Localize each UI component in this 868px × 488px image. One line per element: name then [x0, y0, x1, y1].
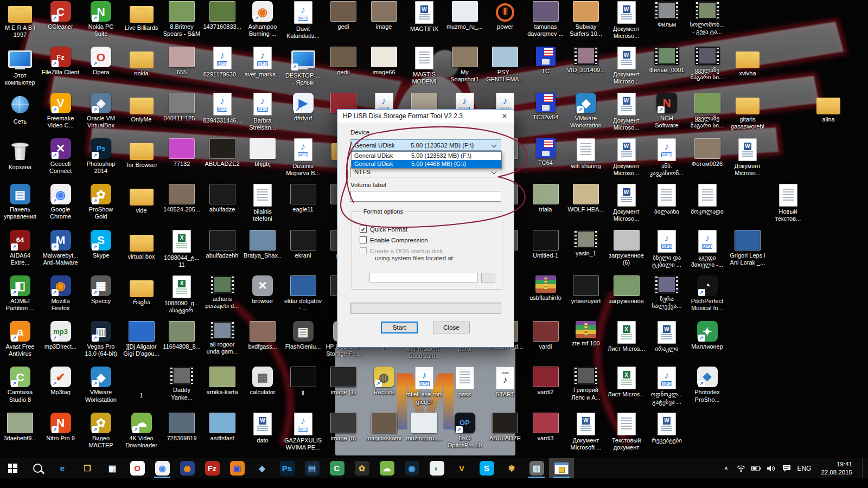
desktop-icon-triala[interactable]: triala [527, 184, 565, 213]
desktop-icon-документ-microso[interactable]: Документ Microso... [729, 138, 767, 177]
close-icon[interactable]: ✕ [495, 110, 514, 123]
taskbar-item-proshow[interactable]: ✿ [349, 458, 374, 478]
desktop-icon-ashampoo-burning[interactable]: ◉↗Ashampoo Burning ... [244, 1, 282, 37]
desktop-icon-bhjgbj[interactable]: bhjgbj [244, 138, 282, 168]
desktop-icon-сеть[interactable]: Сеть [1, 93, 39, 125]
desktop-icon-документ-microso[interactable]: Документ Microso... [608, 47, 646, 85]
desktop-icon-документ-microso[interactable]: Документ Microso... [608, 1, 646, 40]
desktop-icon-google-chrome[interactable]: ◉↗Google Chrome [42, 184, 80, 220]
desktop-icon-aii-rogoor-unda-gam[interactable]: aii rogoor unda gam... [203, 321, 241, 355]
desktop-icon-image[interactable]: image [365, 1, 403, 30]
desktop-icon-daddy-yanke[interactable]: Daddy Yanke... [163, 367, 201, 401]
desktop-icon-filezilla-client[interactable]: Fz↗FileZilla Client [42, 47, 80, 76]
desktop-icon-фильм[interactable]: Фильм [648, 1, 686, 28]
device-option[interactable]: General UDisk5.00 (123532 MB) (F:\) [352, 152, 501, 160]
desktop-icon-aomei-partition[interactable]: ◧↗AOMEI Partition ... [1, 275, 39, 312]
desktop-icon-vide[interactable]: vide [123, 184, 161, 214]
volume-icon[interactable] [767, 463, 776, 474]
language-indicator[interactable]: ENG [797, 465, 811, 472]
desktop-icon-текстовый-документ[interactable]: Текстовый документ [608, 413, 646, 451]
desktop-icon-რეცეპტები[interactable]: რეცეპტები [648, 413, 686, 444]
desktop-icon-фильм-0001[interactable]: Фильм_0001 [648, 47, 686, 74]
desktop-icon-mp3direct[interactable]: mp3↗mp3Direct... [42, 321, 80, 350]
desktop-icon-1[interactable]: 1 [123, 367, 161, 399]
desktop-icon-ბნელი-და-ტკბილი[interactable]: ბნელი და ტკბილი ... [648, 230, 686, 268]
desktop-icon-ბილაინი[interactable]: ბილაინი [648, 184, 686, 215]
desktop-icon-virtual-box[interactable]: virtual box [123, 230, 161, 260]
taskbar-item-format-factory[interactable]: ◐ [424, 458, 449, 478]
desktop-icon-start[interactable]: START [486, 367, 524, 398]
taskbar-item-start[interactable] [0, 458, 25, 478]
desktop-icon-nokia-pc-suite[interactable]: N↗Nokia PC Suite [82, 1, 120, 37]
desktop-icon-arnika-karta[interactable]: arnika-karta [203, 367, 241, 396]
desktop-icon-photodex-prosho[interactable]: ❖↗Photodex ProSho... [688, 367, 726, 403]
desktop-icon-1088090-g-ასატვირ[interactable]: 1088090_g... - ასატვირ... [163, 275, 201, 314]
taskbar-item-film-app[interactable]: ◉ [399, 458, 424, 478]
desktop-icon-ccleaner[interactable]: C↗CCleaner [42, 1, 80, 30]
desktop-icon-m-e-r-a-b-i-1997[interactable]: M E R A B I 1997 [1, 1, 39, 38]
desktop-icon-image-8[interactable]: image (8) [324, 413, 362, 442]
desktop-icon-yasin-1[interactable]: yasin_1 [567, 230, 605, 257]
taskbar-item-vegas[interactable]: ▤ [299, 458, 324, 478]
start-button[interactable]: Start [381, 322, 418, 333]
desktop-icon-vmware-workstation[interactable]: ◆↗VMware Workstation [82, 367, 120, 403]
desktop-icon-barbra-streisan[interactable]: Barbra Streisan... [244, 93, 282, 131]
checkbox-create-a-dos-startup-disk[interactable]: Create a DOS startup disk [360, 247, 443, 254]
taskbar-item-skype[interactable]: S [474, 458, 499, 478]
taskbar-item-edge[interactable]: e [50, 458, 75, 478]
checkbox-box[interactable] [360, 236, 367, 243]
desktop-icon-zte-mf-100[interactable]: zte mf 100 [567, 321, 605, 347]
close-button[interactable]: Close [433, 322, 470, 333]
desktop-icon-dftdyuf[interactable]: ▶↗dftdyuf [284, 93, 322, 122]
desktop-icon-728369819[interactable]: 728369819 [163, 413, 201, 442]
device-dropdown-list[interactable]: General UDisk5.00 (123532 MB) (F:\)Gener… [351, 151, 502, 169]
device-option[interactable]: General UDisk5.00 (4468 MB) (G:\) [352, 160, 501, 168]
notification-icon[interactable] [782, 463, 792, 474]
desktop-icon-tor-browser[interactable]: Tor Browser [123, 138, 161, 169]
desktop-icon-subway-surfers-10[interactable]: Subway Surfers 10... [567, 1, 605, 37]
desktop-icon-abuladze2[interactable]: ABULADZE2 [203, 138, 241, 168]
tray-clock[interactable]: 19:41 22.08.2015 [821, 460, 852, 477]
desktop-icon-magidaskami[interactable]: magidaskami [365, 413, 403, 442]
desktop-icon-vegas-pro-13-0-64-bit[interactable]: ▥↗Vegas Pro 13.0 (64-bit) [82, 321, 120, 357]
desktop-icon-3daebebf9[interactable]: 3daebebf9... [1, 413, 39, 442]
taskbar-item-speccy[interactable]: ▥ [524, 458, 549, 478]
desktop-icon-655[interactable]: 655 [163, 47, 201, 76]
desktop-icon-image-1[interactable]: image (1) [324, 367, 362, 396]
desktop-icon-onlyme[interactable]: OnlyMe [123, 93, 161, 123]
desktop-icon-gitaris-gasasworebi[interactable]: gitaris gasasworebi [729, 93, 767, 130]
taskbar-item-4k-downloader[interactable]: ☁ [374, 458, 399, 478]
desktop-icon-calculator[interactable]: ▦calculator [244, 367, 282, 396]
desktop-icon-tc[interactable]: TC [527, 47, 565, 75]
desktop-icon-vid-201409[interactable]: VID_201409... [567, 47, 605, 74]
battery-icon[interactable] [751, 463, 761, 474]
desktop-icon-psy-gentlema[interactable]: PSY - GENTLEMA... [486, 47, 524, 83]
desktop-icon-eldar-dolgatov[interactable]: eldar dolgatov - ... [284, 275, 322, 312]
desktop-icon-панель-управления[interactable]: ▤Панель управления [1, 184, 39, 220]
desktop-icon-avet-marka[interactable]: avet_marka... [244, 47, 282, 78]
desktop-icon-gazapxulis-wvima-pe[interactable]: GAZAPXULIS WVIMA PE... [284, 413, 322, 451]
desktop-icon-შოკოლადი[interactable]: შოკოლადი [688, 184, 726, 215]
device-combobox[interactable]: General UDisk 5.00 (123532 MB) (F:\) [350, 139, 501, 151]
desktop-icon-ყველაზე-მაგარი-სი[interactable]: ყველაზე მაგარი სი... [688, 47, 726, 81]
desktop-icon-jj[interactable]: jj [284, 367, 322, 396]
desktop-icon-gedii[interactable]: gedii [324, 47, 362, 76]
taskbar-item-filezilla[interactable]: Fz [200, 458, 225, 478]
desktop-icon-browser[interactable]: ✕browser [244, 275, 282, 305]
desktop-icon-загруженное[interactable]: загруженное [608, 275, 646, 305]
desktop-icon-документ-microso[interactable]: Документ Microso... [608, 93, 646, 131]
desktop-icon-григорий-лепс-и-а[interactable]: Григорий Лепс и А... [567, 367, 605, 401]
desktop-icon-миллионер[interactable]: ✦↗Миллионер [688, 321, 726, 350]
taskbar-item-firefox[interactable]: ◉ [175, 458, 200, 478]
desktop-icon-dxo-opticspro-10[interactable]: OP↗DxO OpticsPro 10 [446, 413, 484, 449]
desktop-icon-ჯგუფი-მთიელი[interactable]: ჯგუფი მთიელი -... [688, 230, 726, 268]
checkbox-enable-compression[interactable]: Enable Compression [360, 236, 428, 243]
desktop-icon-pass[interactable]: pass [446, 367, 484, 398]
volume-label-input[interactable] [350, 191, 501, 202]
desktop-icon-vardi3[interactable]: vardi3 [527, 413, 565, 442]
desktop-icon-power[interactable]: power [486, 1, 524, 30]
desktop-icon-nokia[interactable]: nokia [123, 47, 161, 77]
checkbox-box[interactable]: ✓ [360, 226, 367, 233]
desktop-icon-live-billiards[interactable]: Live Billiards [123, 1, 161, 31]
desktop-icon-recuva[interactable]: ◍↗Recuva [365, 367, 403, 396]
